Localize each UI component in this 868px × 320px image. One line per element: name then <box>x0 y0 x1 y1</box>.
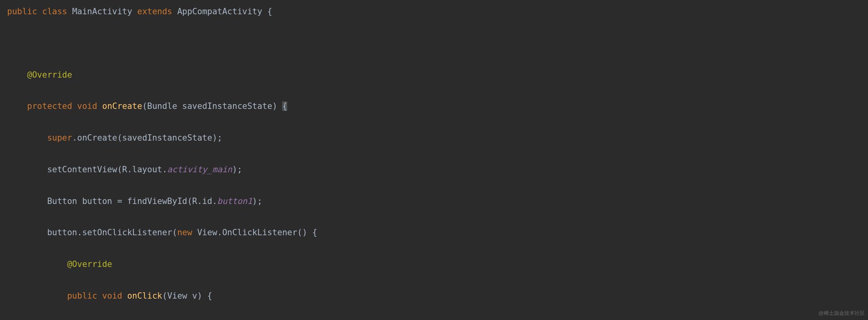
keyword-void: void <box>77 101 97 111</box>
brace-open: { <box>267 7 273 16</box>
code-line[interactable]: public void onClick(View v) { <box>7 288 868 304</box>
brace-open-highlight: { <box>282 101 287 111</box>
listener-call-pre: button.setOnClickListener( <box>47 228 177 237</box>
keyword-super: super <box>47 133 72 143</box>
keyword-class: class <box>42 7 67 16</box>
annotation-override: @Override <box>27 70 72 80</box>
code-line[interactable]: protected void onCreate(Bundle savedInst… <box>7 99 868 114</box>
button-declaration: Button button = findViewById(R.id. <box>47 196 217 206</box>
id-button1: button1 <box>217 196 252 206</box>
keyword-public: public <box>67 291 97 301</box>
keyword-protected: protected <box>27 101 72 111</box>
listener-type: View.OnClickListener() { <box>192 228 317 237</box>
annotation-override: @Override <box>67 259 112 269</box>
superclass-name: AppCompatActivity <box>177 7 262 16</box>
close-paren-semi: ); <box>252 196 262 206</box>
code-line[interactable]: public class MainActivity extends AppCom… <box>7 4 868 20</box>
method-oncreate: onCreate <box>102 101 142 111</box>
method-onclick: onClick <box>127 291 162 301</box>
super-call: .onCreate(savedInstanceState); <box>72 133 222 143</box>
keyword-new: new <box>177 228 192 237</box>
code-line[interactable]: Button button = findViewById(R.id.button… <box>7 194 868 210</box>
code-editor[interactable]: public class MainActivity extends AppCom… <box>0 0 868 320</box>
code-line[interactable]: button.setOnClickListener(new View.OnCli… <box>7 225 868 241</box>
close-paren-semi: ); <box>232 165 242 174</box>
setcontentview-call: setContentView(R.layout. <box>47 165 167 174</box>
method-params: (View v) { <box>162 291 212 301</box>
keyword-extends: extends <box>137 7 172 16</box>
code-line[interactable]: setContentView(R.layout.activity_main); <box>7 162 868 178</box>
code-line[interactable]: @Override <box>7 257 868 272</box>
layout-activity-main: activity_main <box>167 165 232 174</box>
method-params: (Bundle savedInstanceState) <box>142 101 277 111</box>
code-line[interactable]: @Override <box>7 67 868 83</box>
watermark-text: @稀土掘金技术社区 <box>819 309 865 318</box>
code-block[interactable]: public class MainActivity extends AppCom… <box>7 4 868 320</box>
class-name: MainActivity <box>72 7 132 16</box>
keyword-public: public <box>7 7 37 16</box>
keyword-void: void <box>102 291 122 301</box>
code-line[interactable]: super.onCreate(savedInstanceState); <box>7 130 868 146</box>
code-line[interactable] <box>7 36 868 51</box>
